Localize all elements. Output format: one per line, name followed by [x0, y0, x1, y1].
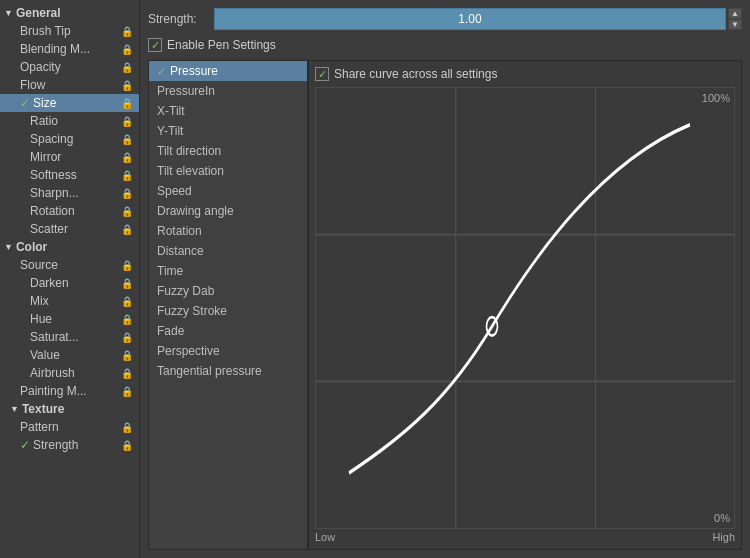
checkmark-icon: ✓	[157, 65, 166, 78]
lock-icon: 🔒	[121, 98, 133, 109]
lock-icon: 🔒	[121, 116, 133, 127]
lock-icon: 🔒	[121, 260, 133, 271]
lock-icon: 🔒	[121, 332, 133, 343]
panels-row: ✓ Pressure PressureIn X-Tilt Y-Tilt Tilt…	[148, 60, 742, 550]
pct-0-label: 0%	[714, 512, 730, 524]
middle-item-speed[interactable]: Speed	[149, 181, 307, 201]
triangle-icon: ▼	[10, 404, 19, 414]
strength-down-button[interactable]: ▼	[728, 19, 742, 30]
triangle-icon: ▼	[4, 242, 13, 252]
middle-item-pressurein[interactable]: PressureIn	[149, 81, 307, 101]
share-curve-label: Share curve across all settings	[334, 67, 497, 81]
strength-arrows: ▲ ▼	[728, 8, 742, 30]
sidebar-item-color[interactable]: ▼ Color	[0, 238, 139, 256]
pct-100-label: 100%	[702, 92, 730, 104]
curve-area[interactable]: 100% 0%	[315, 87, 735, 529]
lock-icon: 🔒	[121, 386, 133, 397]
lock-icon: 🔒	[121, 224, 133, 235]
sidebar-item-softness[interactable]: Softness 🔒	[0, 166, 139, 184]
middle-item-tiltelev[interactable]: Tilt elevation	[149, 161, 307, 181]
lock-icon: 🔒	[121, 26, 133, 37]
middle-item-fade[interactable]: Fade	[149, 321, 307, 341]
sidebar-item-texture[interactable]: ▼ Texture	[0, 400, 139, 418]
lock-icon: 🔒	[121, 440, 133, 451]
middle-item-xtilt[interactable]: X-Tilt	[149, 101, 307, 121]
sidebar-item-pattern[interactable]: Pattern 🔒	[0, 418, 139, 436]
checkmark-icon: ✓	[20, 438, 30, 452]
share-curve-row: ✓ Share curve across all settings	[315, 67, 735, 81]
middle-panel: ✓ Pressure PressureIn X-Tilt Y-Tilt Tilt…	[148, 60, 308, 550]
right-panel: ✓ Share curve across all settings 100% 0…	[308, 60, 742, 550]
middle-item-drawingangle[interactable]: Drawing angle	[149, 201, 307, 221]
sidebar-item-flow[interactable]: Flow 🔒	[0, 76, 139, 94]
sidebar-item-hue[interactable]: Hue 🔒	[0, 310, 139, 328]
low-label: Low	[315, 531, 335, 543]
sidebar-item-saturation[interactable]: Saturat... 🔒	[0, 328, 139, 346]
middle-item-distance[interactable]: Distance	[149, 241, 307, 261]
sidebar-item-strength[interactable]: ✓ Strength 🔒	[0, 436, 139, 454]
lock-icon: 🔒	[121, 170, 133, 181]
share-curve-checkbox[interactable]: ✓	[315, 67, 329, 81]
middle-item-ytilt[interactable]: Y-Tilt	[149, 121, 307, 141]
lock-icon: 🔒	[121, 296, 133, 307]
sidebar: ▼ General Brush Tip 🔒 Blending M... 🔒 Op…	[0, 0, 140, 558]
sidebar-item-spacing[interactable]: Spacing 🔒	[0, 130, 139, 148]
pen-settings-checkbox[interactable]: ✓	[148, 38, 162, 52]
middle-item-rotation[interactable]: Rotation	[149, 221, 307, 241]
lock-icon: 🔒	[121, 80, 133, 91]
sidebar-item-source[interactable]: Source 🔒	[0, 256, 139, 274]
middle-item-pressure[interactable]: ✓ Pressure	[149, 61, 307, 81]
lock-icon: 🔒	[121, 422, 133, 433]
sidebar-item-mix[interactable]: Mix 🔒	[0, 292, 139, 310]
main-content: Strength: 1.00 ▲ ▼ ✓ Enable Pen Settings…	[140, 0, 750, 558]
sidebar-item-scatter[interactable]: Scatter 🔒	[0, 220, 139, 238]
pen-settings-row: ✓ Enable Pen Settings	[148, 38, 742, 52]
sidebar-item-size[interactable]: ✓ Size 🔒	[0, 94, 139, 112]
curve-svg	[316, 88, 734, 528]
lock-icon: 🔒	[121, 278, 133, 289]
sidebar-item-darken[interactable]: Darken 🔒	[0, 274, 139, 292]
strength-label: Strength:	[148, 12, 208, 26]
sidebar-item-blending[interactable]: Blending M... 🔒	[0, 40, 139, 58]
strength-value: 1.00	[458, 12, 481, 26]
lock-icon: 🔒	[121, 62, 133, 73]
middle-item-fuzzydab[interactable]: Fuzzy Dab	[149, 281, 307, 301]
sidebar-item-opacity[interactable]: Opacity 🔒	[0, 58, 139, 76]
strength-slider-container: 1.00	[214, 8, 726, 30]
sidebar-item-value[interactable]: Value 🔒	[0, 346, 139, 364]
high-label: High	[712, 531, 735, 543]
sidebar-item-airbrush[interactable]: Airbrush 🔒	[0, 364, 139, 382]
lock-icon: 🔒	[121, 368, 133, 379]
strength-up-button[interactable]: ▲	[728, 8, 742, 19]
sidebar-item-rotation[interactable]: Rotation 🔒	[0, 202, 139, 220]
middle-item-tangential[interactable]: Tangential pressure	[149, 361, 307, 381]
curve-labels: Low High	[315, 531, 735, 543]
sidebar-item-sharpness[interactable]: Sharpn... 🔒	[0, 184, 139, 202]
pen-settings-label: Enable Pen Settings	[167, 38, 276, 52]
lock-icon: 🔒	[121, 134, 133, 145]
middle-item-tiltdir[interactable]: Tilt direction	[149, 141, 307, 161]
lock-icon: 🔒	[121, 314, 133, 325]
middle-item-time[interactable]: Time	[149, 261, 307, 281]
middle-item-perspective[interactable]: Perspective	[149, 341, 307, 361]
sidebar-item-general[interactable]: ▼ General	[0, 4, 139, 22]
triangle-icon: ▼	[4, 8, 13, 18]
strength-slider[interactable]: 1.00	[214, 8, 726, 30]
lock-icon: 🔒	[121, 152, 133, 163]
sidebar-item-ratio[interactable]: Ratio 🔒	[0, 112, 139, 130]
lock-icon: 🔒	[121, 188, 133, 199]
checkmark-icon: ✓	[20, 96, 30, 110]
lock-icon: 🔒	[121, 206, 133, 217]
sidebar-item-brushtip[interactable]: Brush Tip 🔒	[0, 22, 139, 40]
lock-icon: 🔒	[121, 44, 133, 55]
lock-icon: 🔒	[121, 350, 133, 361]
sidebar-item-mirror[interactable]: Mirror 🔒	[0, 148, 139, 166]
sidebar-item-paintingm[interactable]: Painting M... 🔒	[0, 382, 139, 400]
middle-item-fuzzystroke[interactable]: Fuzzy Stroke	[149, 301, 307, 321]
strength-row: Strength: 1.00 ▲ ▼	[148, 8, 742, 30]
